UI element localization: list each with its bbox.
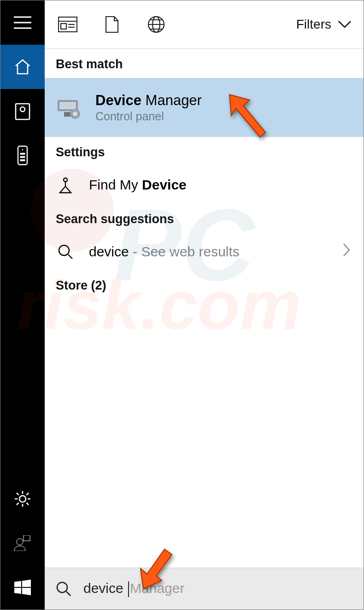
best-match-result[interactable]: Device Manager Control panel	[45, 78, 364, 137]
svg-rect-4	[20, 153, 25, 154]
globe-icon	[147, 16, 165, 33]
suggestions-heading: Search suggestions	[45, 204, 364, 233]
suggestion-text: device - See web results	[89, 244, 240, 260]
photos-filter-button[interactable]	[0, 89, 45, 133]
photo-icon	[15, 102, 30, 120]
svg-rect-6	[20, 160, 25, 161]
svg-rect-5	[20, 156, 25, 158]
feedback-button[interactable]	[0, 521, 45, 565]
remote-filter-button[interactable]	[0, 133, 45, 178]
search-icon	[56, 581, 71, 597]
svg-point-22	[73, 112, 77, 116]
chevron-down-icon	[338, 20, 352, 29]
svg-point-23	[64, 178, 67, 182]
store-heading: Store (2)	[45, 270, 364, 299]
people-icon	[13, 535, 32, 551]
remote-icon	[17, 145, 28, 166]
document-icon	[105, 16, 119, 33]
sidebar	[0, 0, 45, 610]
svg-line-27	[66, 592, 70, 596]
svg-point-9	[17, 539, 23, 545]
svg-rect-12	[61, 24, 66, 29]
search-input-text: device Manager	[83, 580, 184, 597]
svg-point-24	[59, 245, 69, 255]
svg-line-25	[68, 255, 72, 259]
settings-item-label: Find My Device	[89, 177, 187, 193]
menu-button[interactable]	[0, 0, 45, 45]
svg-point-7	[19, 496, 26, 502]
results-pane: Filters PC risk.com Best match	[45, 0, 364, 610]
svg-rect-19	[59, 102, 76, 109]
windows-start-button[interactable]	[0, 565, 45, 610]
news-icon	[58, 17, 77, 32]
settings-button[interactable]	[0, 477, 45, 521]
filters-label: Filters	[296, 17, 331, 32]
settings-item-find-my-device[interactable]: Find My Device	[45, 166, 364, 204]
svg-point-1	[20, 107, 25, 112]
hamburger-icon	[14, 16, 31, 29]
cortana-search-panel: Filters PC risk.com Best match	[0, 0, 364, 610]
best-match-subtitle: Control panel	[95, 110, 202, 123]
scope-toolbar: Filters	[45, 0, 364, 49]
gear-icon	[13, 490, 32, 508]
web-suggestion[interactable]: device - See web results	[45, 233, 364, 270]
search-icon	[58, 244, 73, 260]
chevron-right-icon	[342, 243, 351, 257]
svg-point-3	[22, 149, 23, 150]
windows-logo-icon	[13, 578, 32, 597]
scope-web-button[interactable]	[142, 12, 170, 37]
filters-dropdown[interactable]: Filters	[296, 17, 354, 32]
svg-point-26	[57, 582, 67, 592]
results-content: PC risk.com Best match Device Man	[45, 49, 364, 568]
search-input-bar[interactable]: device Manager	[45, 568, 364, 610]
best-match-title: Device Manager	[95, 92, 202, 109]
best-match-heading: Best match	[45, 49, 364, 78]
scope-apps-button[interactable]	[54, 12, 82, 37]
settings-heading: Settings	[45, 137, 364, 166]
home-icon	[14, 59, 31, 75]
home-button[interactable]	[0, 45, 45, 89]
device-manager-icon	[55, 94, 82, 121]
location-icon	[57, 176, 74, 194]
scope-documents-button[interactable]	[98, 12, 126, 37]
svg-rect-8	[23, 535, 30, 541]
svg-rect-2	[18, 146, 27, 165]
